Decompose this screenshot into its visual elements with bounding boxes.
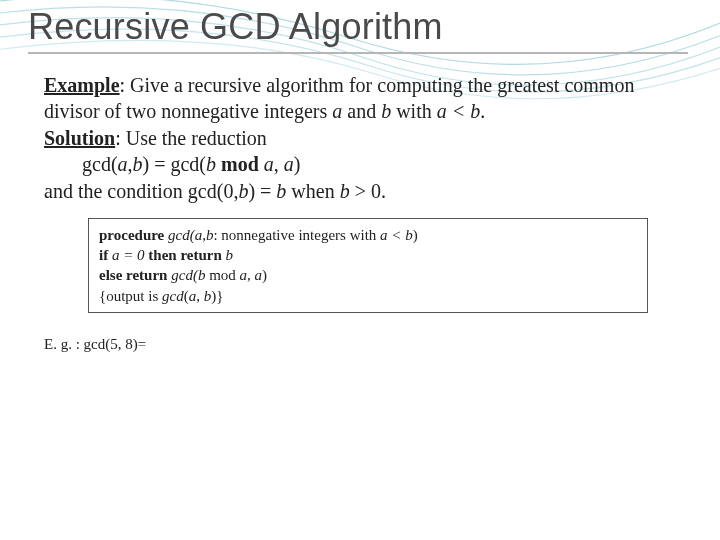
- example-condition: a < b: [437, 100, 481, 122]
- kw-else: else: [99, 267, 126, 283]
- kw-if: if: [99, 247, 112, 263]
- proc-line: procedure gcd(a,b: nonnegative integers …: [99, 225, 637, 245]
- solution-paragraph: Solution: Use the reduction: [44, 125, 676, 151]
- example-label: Example: [44, 74, 120, 96]
- slide-body: Example: Give a recursive algorithm for …: [0, 54, 720, 355]
- condition-line: and the condition gcd(0,b) = b when b > …: [44, 178, 676, 204]
- example-paragraph: Example: Give a recursive algorithm for …: [44, 72, 676, 125]
- mod-keyword: mod: [221, 153, 259, 175]
- page-title: Recursive GCD Algorithm: [28, 6, 692, 48]
- if-line: if a = 0 then return b: [99, 245, 637, 265]
- kw-procedure: procedure: [99, 227, 164, 243]
- var-a: a: [332, 100, 342, 122]
- example-invocation: E. g. : gcd(5, 8)=: [44, 335, 676, 355]
- var-b: b: [381, 100, 391, 122]
- pseudocode-box: procedure gcd(a,b: nonnegative integers …: [88, 218, 648, 313]
- solution-label: Solution: [44, 127, 115, 149]
- comment-line: {output is gcd(a, b)}: [99, 286, 637, 306]
- kw-return: return: [126, 267, 171, 283]
- reduction-equation: gcd(a,b) = gcd(b mod a, a): [44, 151, 676, 177]
- kw-then-return: then return: [148, 247, 225, 263]
- else-line: else return gcd(b mod a, a): [99, 265, 637, 285]
